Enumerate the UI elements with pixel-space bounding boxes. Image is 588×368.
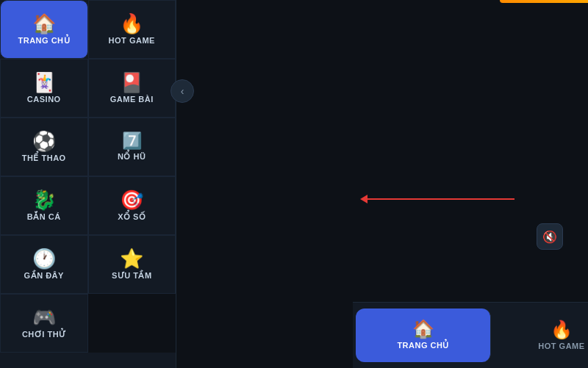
sidebar-item-label: CHƠI THỬ: [22, 330, 66, 339]
sound-button[interactable]: 🔇: [537, 223, 563, 250]
red-arrow: [360, 198, 529, 200]
arrow-line: [368, 198, 514, 200]
sidebar-item-label: GẦN ĐÂY: [24, 271, 64, 281]
sidebar-item-ban-ca[interactable]: 🐉 BẮN CÁ: [0, 176, 88, 235]
cards-icon: 🎴: [120, 73, 143, 92]
recent-icon: 🕐: [32, 249, 56, 268]
sidebar-item-the-thao[interactable]: ⚽ THỂ THAO: [0, 118, 88, 176]
sidebar-item-suu-tam[interactable]: ⭐ SƯU TẦM: [88, 235, 176, 294]
sidebar-item-label: GAME BÀI: [110, 95, 154, 104]
sidebar-item-label: TRANG CHỦ: [18, 36, 70, 46]
sidebar-item-label: CASINO: [27, 95, 61, 104]
fire-icon-bottom: 🔥: [551, 321, 573, 339]
sports-icon: ⚽: [32, 131, 56, 151]
bottom-bar: 🏠 TRANG CHỦ 🔥 HOT GAME 👤 CASINO: [353, 302, 588, 368]
star-icon: ⭐: [120, 249, 143, 268]
sidebar-item-label: HOT GAME: [109, 36, 155, 45]
sidebar: 🏠 TRANG CHỦ 🔥 HOT GAME 🃏 CASINO 🎴 GAME B…: [0, 0, 176, 368]
sidebar-item-label: BẮN CÁ: [27, 212, 61, 222]
sidebar-item-hot-game[interactable]: 🔥 HOT GAME: [88, 0, 176, 59]
sound-icon: 🔇: [542, 230, 557, 244]
lottery-icon: 🎯: [120, 190, 143, 209]
home-icon-bottom: 🏠: [412, 320, 434, 338]
main-content: 🔇 🏠 TRANG CHỦ 🔥 HOT GAME 👤 CASINO: [176, 0, 588, 368]
home-icon: 🏠: [32, 14, 56, 33]
sidebar-item-label: NỔ HŨ: [118, 152, 146, 162]
gamepad-icon: 🎮: [32, 308, 56, 327]
bottom-item-label: TRANG CHỦ: [397, 341, 449, 350]
sidebar-item-trang-chu[interactable]: 🏠 TRANG CHỦ: [0, 0, 88, 59]
casino-icon: 🃏: [32, 73, 56, 92]
sidebar-item-label: THỂ THAO: [22, 154, 66, 163]
fire-icon: 🔥: [120, 14, 143, 33]
collapse-button[interactable]: ‹: [171, 79, 194, 103]
sidebar-item-gan-day[interactable]: 🕐 GẦN ĐÂY: [0, 235, 88, 294]
sidebar-item-label: SƯU TẦM: [112, 271, 152, 281]
slots-icon: 7️⃣: [122, 133, 142, 149]
sidebar-item-choi-thu[interactable]: 🎮 CHƠI THỬ: [0, 294, 88, 353]
bottom-item-label: HOT GAME: [538, 342, 584, 350]
sidebar-item-casino[interactable]: 🃏 CASINO: [0, 59, 88, 118]
arrow-head: [360, 195, 368, 203]
sidebar-item-label: XỔ SỐ: [118, 212, 146, 222]
sidebar-item-game-bai[interactable]: 🎴 GAME BÀI: [88, 59, 176, 118]
chevron-left-icon: ‹: [181, 85, 184, 97]
bottom-item-hot-game[interactable]: 🔥 HOT GAME: [494, 303, 588, 368]
fish-icon: 🐉: [32, 190, 56, 209]
bottom-item-trang-chu[interactable]: 🏠 TRANG CHỦ: [356, 309, 491, 362]
sidebar-item-no-hu[interactable]: 7️⃣ NỔ HŨ: [88, 118, 176, 176]
sidebar-item-empty: [88, 294, 176, 353]
sidebar-item-xo-so[interactable]: 🎯 XỔ SỐ: [88, 176, 176, 235]
accent-line: [500, 0, 588, 3]
